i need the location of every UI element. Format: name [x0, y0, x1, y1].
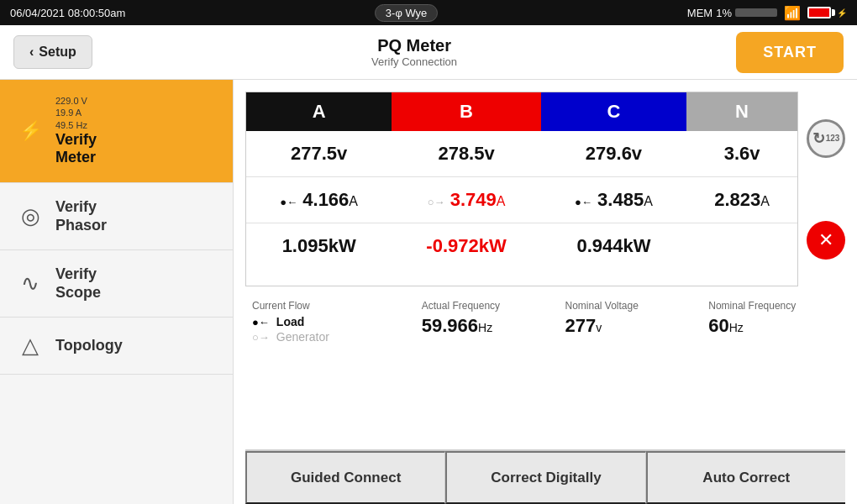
- sidebar: ⚡ 229.0 V 19.9 A 49.5 Hz VerifyMeter ◎ V…: [0, 80, 234, 504]
- sidebar-label-verify-scope: VerifyScope: [55, 265, 101, 302]
- x-icon: ✕: [818, 229, 833, 251]
- connection-type: 3-φ Wye: [375, 4, 439, 22]
- meter-table-container: A B C N 277.5v 278.5v 279.6v 3.6v: [245, 92, 798, 286]
- power-c: 0.944kW: [541, 223, 686, 270]
- nominal-freq-label: Nominal Frequency: [708, 300, 839, 312]
- correct-digitally-button[interactable]: Correct Digitally: [445, 451, 645, 504]
- current-b: ○→ 3.749A: [392, 177, 540, 223]
- verify-meter-icon: ⚡: [17, 120, 44, 142]
- current-a: ●← 4.166A: [246, 177, 392, 223]
- generator-label: Generator: [276, 330, 329, 344]
- error-dismiss-button[interactable]: ✕: [807, 221, 845, 260]
- current-flow-info: Current Flow ●← Load ○→ Generator: [245, 300, 415, 344]
- sidebar-label-topology: Topology: [55, 337, 123, 355]
- mem-indicator: MEM 1%: [687, 7, 777, 19]
- side-buttons: ↻ 123 ✕: [807, 92, 845, 286]
- voltage-b: 278.5v: [392, 131, 540, 177]
- generator-flow-row: ○→ Generator: [252, 330, 408, 344]
- sidebar-item-topology[interactable]: △ Topology: [0, 318, 233, 375]
- actual-freq-label: Actual Frequency: [422, 300, 552, 312]
- actual-frequency-block: Actual Frequency 59.966Hz: [415, 300, 559, 344]
- start-button[interactable]: START: [736, 32, 844, 73]
- col-header-b: B: [392, 92, 540, 131]
- sidebar-label-verify-meter: VerifyMeter: [55, 131, 97, 167]
- refresh-123-button[interactable]: ↻ 123: [807, 119, 845, 158]
- load-flow-row: ●← Load: [252, 315, 408, 328]
- power-a: 1.095kW: [246, 223, 392, 270]
- current-flow-label: Current Flow: [252, 300, 408, 312]
- auto-correct-button[interactable]: Auto Correct: [646, 451, 845, 504]
- page-title: PQ Meter: [371, 36, 457, 55]
- guided-connect-button[interactable]: Guided Connect: [245, 451, 445, 504]
- col-header-a: A: [246, 92, 392, 131]
- verify-meter-values: 229.0 V 19.9 A 49.5 Hz: [55, 95, 87, 131]
- power-b: -0.972kW: [392, 223, 540, 270]
- header: ‹ Setup PQ Meter Verify Connection START: [0, 25, 857, 80]
- current-n: 2.823A: [686, 177, 797, 223]
- back-arrow-icon: ‹: [29, 45, 34, 60]
- meter-table-section: A B C N 277.5v 278.5v 279.6v 3.6v: [245, 92, 845, 286]
- voltage-c: 279.6v: [541, 131, 686, 177]
- bottom-bar: Guided Connect Correct Digitally Auto Co…: [245, 449, 845, 504]
- status-bar: 06/04/2021 08:00:50am 3-φ Wye MEM 1% 📶 ⚡: [0, 0, 857, 25]
- main-layout: ⚡ 229.0 V 19.9 A 49.5 Hz VerifyMeter ◎ V…: [0, 80, 857, 504]
- meter-table: A B C N 277.5v 278.5v 279.6v 3.6v: [246, 92, 797, 269]
- back-button[interactable]: ‹ Setup: [13, 35, 92, 69]
- refresh-icon: ↻: [812, 129, 825, 148]
- current-c: ●← 3.485A: [541, 177, 686, 223]
- verify-phasor-icon: ◎: [17, 203, 44, 229]
- voltage-row: 277.5v 278.5v 279.6v 3.6v: [246, 131, 797, 177]
- battery-icon: ⚡: [807, 7, 847, 18]
- nominal-freq-value: 60Hz: [708, 315, 839, 337]
- nominal-volt-value: 277v: [565, 315, 695, 337]
- header-center: PQ Meter Verify Connection: [371, 36, 457, 68]
- voltage-n: 3.6v: [686, 131, 797, 177]
- col-header-n: N: [686, 92, 797, 131]
- info-row: Current Flow ●← Load ○→ Generator Actual…: [245, 300, 845, 344]
- datetime: 06/04/2021 08:00:50am: [10, 7, 125, 19]
- voltage-a: 277.5v: [246, 131, 392, 177]
- wifi-icon: 📶: [784, 5, 801, 21]
- content-area: A B C N 277.5v 278.5v 279.6v 3.6v: [234, 80, 857, 504]
- sidebar-item-verify-phasor[interactable]: ◎ VerifyPhasor: [0, 183, 233, 250]
- current-row: ●← 4.166A ○→ 3.749A ●← 3.485A 2.823A: [246, 177, 797, 223]
- sidebar-item-verify-scope[interactable]: ∿ VerifyScope: [0, 250, 233, 318]
- actual-freq-value: 59.966Hz: [422, 315, 552, 337]
- topology-icon: △: [17, 333, 44, 359]
- sidebar-item-verify-meter[interactable]: ⚡ 229.0 V 19.9 A 49.5 Hz VerifyMeter: [0, 80, 233, 183]
- nominal-volt-label: Nominal Voltage: [565, 300, 695, 312]
- power-n: [686, 223, 797, 270]
- verify-scope-icon: ∿: [17, 270, 44, 297]
- page-subtitle: Verify Connection: [371, 55, 457, 68]
- load-label: Load: [276, 315, 304, 328]
- sidebar-label-verify-phasor: VerifyPhasor: [55, 198, 107, 234]
- col-header-c: C: [541, 92, 686, 131]
- nominal-frequency-block: Nominal Frequency 60Hz: [702, 300, 845, 344]
- power-row: 1.095kW -0.972kW 0.944kW: [246, 223, 797, 270]
- nominal-voltage-block: Nominal Voltage 277v: [558, 300, 702, 344]
